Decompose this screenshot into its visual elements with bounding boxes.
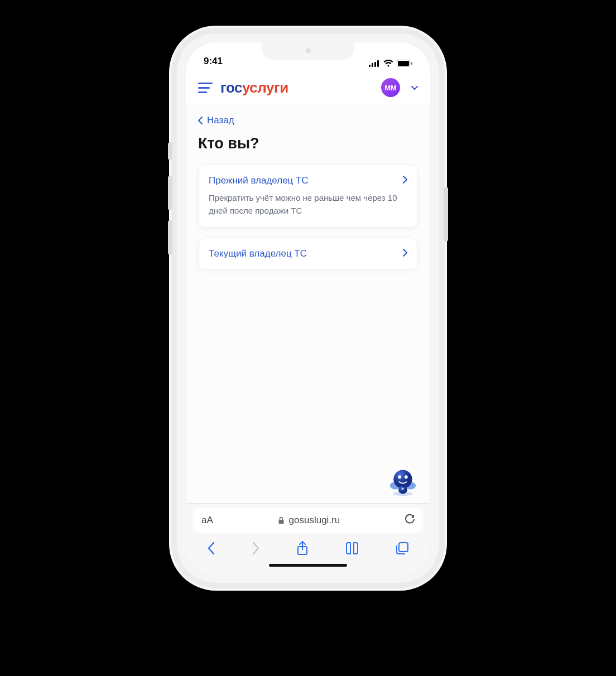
avatar-initials: ММ bbox=[384, 84, 397, 92]
svg-point-13 bbox=[405, 475, 408, 479]
address-bar[interactable]: аА gosuslugi.ru bbox=[192, 508, 424, 533]
option-previous-owner[interactable]: Прежний владелец ТС Прекратить учёт можн… bbox=[198, 165, 418, 228]
page-title: Кто вы? bbox=[198, 135, 418, 165]
chevron-right-icon bbox=[403, 176, 407, 186]
app-header: госуслуги ММ bbox=[186, 70, 430, 105]
svg-rect-2 bbox=[374, 62, 376, 67]
chevron-left-icon bbox=[198, 117, 203, 124]
wifi-icon bbox=[383, 60, 393, 67]
phone-side-button-vol-up bbox=[168, 176, 172, 210]
svg-rect-17 bbox=[278, 520, 283, 524]
status-time: 9:41 bbox=[204, 56, 223, 67]
lock-icon bbox=[278, 516, 285, 524]
svg-rect-3 bbox=[377, 60, 379, 67]
logo[interactable]: госуслуги bbox=[220, 80, 288, 95]
tabs-button[interactable] bbox=[396, 542, 409, 555]
back-link[interactable]: Назад bbox=[198, 112, 418, 135]
domain-text: gosuslugi.ru bbox=[289, 515, 340, 526]
cellular-icon bbox=[369, 60, 380, 67]
svg-point-11 bbox=[394, 470, 412, 489]
account-menu-chevron-icon[interactable] bbox=[411, 83, 418, 92]
page-content: Назад Кто вы? Прежний владелец ТС Прекра… bbox=[186, 105, 430, 503]
address-domain: gosuslugi.ru bbox=[278, 515, 340, 526]
option-description: Прекратить учёт можно не раньше чем чере… bbox=[209, 192, 407, 217]
logo-part-1: гос bbox=[220, 79, 242, 96]
browser-forward-button bbox=[252, 542, 260, 555]
option-current-owner[interactable]: Текущий владелец ТС bbox=[198, 238, 418, 270]
battery-icon bbox=[397, 60, 412, 67]
svg-rect-1 bbox=[372, 63, 373, 67]
status-icons bbox=[369, 60, 412, 67]
share-button[interactable] bbox=[296, 540, 309, 556]
logo-part-2: услуги bbox=[242, 79, 288, 96]
svg-rect-5 bbox=[398, 61, 409, 66]
phone-side-button-power bbox=[444, 187, 448, 242]
svg-point-15 bbox=[398, 486, 407, 494]
avatar[interactable]: ММ bbox=[381, 78, 400, 97]
safari-chrome: аА gosuslugi.ru bbox=[186, 503, 430, 574]
phone-frame: 9:41 госуслуги ММ bbox=[177, 33, 439, 583]
reload-button[interactable] bbox=[405, 514, 415, 528]
phone-side-button-vol-down bbox=[168, 220, 172, 255]
back-link-label: Назад bbox=[207, 115, 234, 126]
assistant-bot-button[interactable] bbox=[386, 464, 420, 499]
bookmarks-button[interactable] bbox=[345, 542, 359, 554]
phone-notch bbox=[262, 42, 354, 60]
home-indicator[interactable] bbox=[269, 564, 347, 567]
option-title: Текущий владелец ТС bbox=[209, 248, 307, 259]
browser-back-button[interactable] bbox=[207, 542, 215, 555]
menu-button[interactable] bbox=[198, 83, 213, 93]
reload-icon bbox=[405, 514, 415, 525]
svg-rect-0 bbox=[369, 65, 370, 67]
text-size-button[interactable]: аА bbox=[201, 515, 213, 526]
svg-point-12 bbox=[398, 475, 401, 479]
phone-side-button-silence bbox=[168, 142, 172, 160]
phone-screen: 9:41 госуслуги ММ bbox=[186, 42, 430, 574]
svg-point-16 bbox=[402, 488, 404, 490]
option-title: Прежний владелец ТС bbox=[209, 175, 309, 186]
svg-rect-6 bbox=[411, 62, 412, 65]
svg-rect-19 bbox=[399, 543, 408, 552]
chevron-right-icon bbox=[403, 249, 407, 259]
safari-toolbar bbox=[192, 533, 424, 562]
